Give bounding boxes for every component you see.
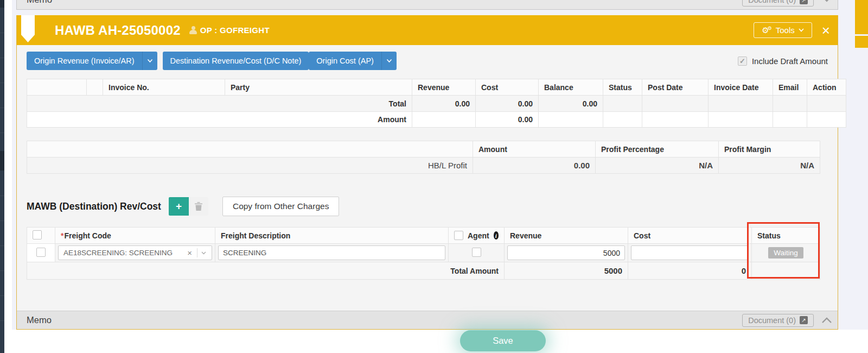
invoice-table: Invoice No. Party Revenue Cost Balance S… xyxy=(27,79,846,128)
freight-charge-row: AE18SCREENING: SCREENING × xyxy=(27,244,820,262)
col-agent: Agent i xyxy=(449,228,505,244)
mawb-section-header: MAWB (Destination) Rev/Cost + Copy from … xyxy=(27,197,828,216)
total-amount-cost: 0 xyxy=(628,262,752,280)
chevron-up-icon xyxy=(821,317,832,324)
hbl-profit-amount: 0.00 xyxy=(473,157,596,174)
destination-revenue-cost-button[interactable]: Destination Revenue/Cost (D/C Note) xyxy=(163,52,309,70)
modal-body: Origin Revenue (Invoice/AR) Destination … xyxy=(17,45,838,311)
modal-header: HAWB AH-25050002 OP : GOFREIGHT ⚙⚙ Tools… xyxy=(17,15,838,45)
col-freight-status: Status xyxy=(752,228,820,244)
status-badge: Waiting xyxy=(768,247,803,259)
total-label: Total xyxy=(27,96,412,112)
copy-from-other-charges-button[interactable]: Copy from Other Charges xyxy=(222,197,339,216)
col-email: Email xyxy=(773,79,807,96)
col-invoice-no: Invoice No. xyxy=(103,79,225,96)
revenue-input[interactable] xyxy=(507,245,625,260)
col-freight-description: Freight Description xyxy=(215,228,449,244)
total-revenue: 0.00 xyxy=(412,96,476,112)
mawb-title: MAWB (Destination) Rev/Cost xyxy=(27,201,161,212)
total-cost: 0.00 xyxy=(476,96,539,112)
total-amount-label: Total Amount xyxy=(27,262,505,280)
col-freight-revenue: Revenue xyxy=(505,228,628,244)
chevron-down-icon xyxy=(799,28,804,32)
invoice-total-row: Total 0.00 0.00 0.00 xyxy=(27,96,846,112)
delete-charge-button[interactable] xyxy=(189,197,208,216)
background-document-button[interactable]: Document (0) ↗ xyxy=(742,0,814,7)
amount-cost: 0.00 xyxy=(476,112,539,128)
external-link-icon: ↗ xyxy=(800,0,808,4)
chevron-down-icon[interactable] xyxy=(822,0,831,2)
close-icon[interactable]: × xyxy=(822,23,830,37)
col-status: Status xyxy=(603,79,642,96)
page-background xyxy=(0,330,868,353)
col-freight-cost: Cost xyxy=(628,228,752,244)
col-cost: Cost xyxy=(476,79,539,96)
total-balance: 0.00 xyxy=(539,96,603,112)
operator-label: OP : GOFREIGHT xyxy=(200,26,270,35)
freight-code-value: AE18SCREENING: SCREENING xyxy=(63,249,184,257)
select-caret[interactable] xyxy=(199,251,208,255)
bookmark-icon xyxy=(21,15,35,42)
hbl-profit-label: HB/L Profit xyxy=(27,157,473,174)
background-memo-label: Memo xyxy=(27,0,52,5)
col-invoice-date: Invoice Date xyxy=(709,79,773,96)
origin-cost-dropdown[interactable] xyxy=(381,52,397,70)
col-profit-percentage: Profit Percentage xyxy=(596,141,719,157)
freight-header-row: *Freight Code Freight Description Agent … xyxy=(27,228,820,244)
origin-revenue-dropdown[interactable] xyxy=(142,52,157,70)
left-sidebar-rail[interactable] xyxy=(0,0,4,353)
profit-table: Amount Profit Percentage Profit Margin H… xyxy=(27,141,820,174)
hbl-profit-row: HB/L Profit 0.00 N/A N/A xyxy=(27,157,820,174)
chevron-down-icon xyxy=(147,59,153,63)
include-draft-label: Include Draft Amount xyxy=(752,56,828,66)
background-memo-bar: Memo Document (0) ↗ xyxy=(16,0,838,10)
include-draft-checkbox[interactable]: ✓ xyxy=(738,56,747,66)
memo-label: Memo xyxy=(27,315,52,325)
chevron-down-icon xyxy=(201,251,206,255)
col-action: Action xyxy=(807,79,846,96)
freight-table: *Freight Code Freight Description Agent … xyxy=(27,227,820,280)
origin-revenue-button[interactable]: Origin Revenue (Invoice/AR) xyxy=(27,52,142,70)
required-mark: * xyxy=(61,231,63,240)
clear-icon[interactable]: × xyxy=(184,248,195,257)
document-button[interactable]: Document (0) ↗ xyxy=(742,314,814,327)
operator-info: OP : GOFREIGHT xyxy=(189,26,270,35)
total-amount-revenue: 5000 xyxy=(505,262,628,280)
col-amount: Amount xyxy=(473,141,596,157)
save-button[interactable]: Save xyxy=(460,330,546,351)
toolbar: Origin Revenue (Invoice/AR) Destination … xyxy=(27,52,828,70)
row-checkbox[interactable] xyxy=(36,248,46,257)
trash-icon xyxy=(195,202,202,211)
screen: Memo Document (0) ↗ HAWB AH-25050002 OP … xyxy=(0,0,868,353)
col-revenue: Revenue xyxy=(412,79,476,96)
plus-icon: + xyxy=(176,200,182,212)
invoice-amount-row: Amount 0.00 xyxy=(27,112,846,128)
col-party: Party xyxy=(225,79,412,96)
person-icon xyxy=(189,26,197,34)
hbl-profit-percentage: N/A xyxy=(596,157,719,174)
modal-title: HAWB AH-25050002 xyxy=(55,23,181,38)
freight-code-select[interactable]: AE18SCREENING: SCREENING × xyxy=(58,245,212,260)
left-gutter xyxy=(4,0,12,353)
gear-icon: ⚙⚙ xyxy=(762,26,772,34)
profit-header-row: Amount Profit Percentage Profit Margin xyxy=(27,141,820,157)
origin-cost-button[interactable]: Origin Cost (AP) xyxy=(309,52,381,70)
col-profit-margin: Profit Margin xyxy=(719,141,820,157)
col-freight-code: *Freight Code xyxy=(55,228,215,244)
agent-header-checkbox[interactable] xyxy=(454,231,463,240)
amount-label: Amount xyxy=(27,112,412,128)
cost-input[interactable] xyxy=(631,245,749,260)
chevron-down-icon xyxy=(386,59,392,63)
agent-row-checkbox[interactable] xyxy=(472,248,481,257)
sidebar-rail-active-item[interactable] xyxy=(0,151,4,171)
col-balance: Balance xyxy=(539,79,603,96)
hbl-profit-margin: N/A xyxy=(719,157,820,174)
collapse-button[interactable] xyxy=(821,317,832,324)
invoice-header-row: Invoice No. Party Revenue Cost Balance S… xyxy=(27,79,846,96)
select-all-checkbox[interactable] xyxy=(33,230,42,239)
freight-table-wrap: *Freight Code Freight Description Agent … xyxy=(27,227,828,280)
tools-button[interactable]: ⚙⚙ Tools xyxy=(754,22,812,38)
freight-description-input[interactable] xyxy=(218,245,445,260)
add-charge-button[interactable]: + xyxy=(169,197,189,216)
memo-bar[interactable]: Memo Document (0) ↗ xyxy=(17,311,838,329)
